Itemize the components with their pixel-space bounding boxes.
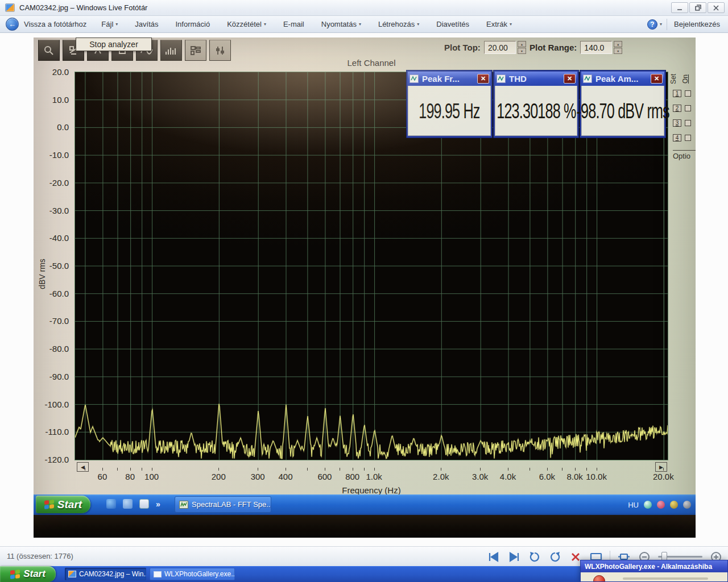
error-dialog-body [581,572,727,582]
overlay-1-checkbox [685,90,691,97]
chevron-down-icon: ▾ [115,22,118,27]
meter-title-bar[interactable]: Peak Am... ✕ [581,72,664,86]
xp-start-button: Start [36,496,90,513]
windows-flag-icon [44,500,54,509]
menu-extras[interactable]: Extrák▾ [486,20,512,28]
meter-title-bar[interactable]: THD ✕ [495,72,577,86]
meter-app-icon [497,74,506,83]
bars-icon [164,45,178,56]
x-tick-mark [530,468,530,471]
x-tick-label: 100 [144,472,159,481]
stop-analyzer-tooltip: Stop analyzer [76,38,152,51]
close-icon: ✕ [481,75,486,82]
taskbar-item-wlxphotogallery[interactable]: WLXPhotoGallery.exe... [150,568,235,580]
x-tick-mark [441,468,441,471]
error-dialog-title[interactable]: WLXPhotoGallery.exe - Alkalmazáshiba [581,560,727,572]
plot-top-input[interactable]: 20.00 [484,41,516,54]
x-tick-mark [663,468,664,471]
sign-in-link[interactable]: Bejelentkezés [674,20,720,28]
x-tick-label: 300 [251,472,265,481]
plot-top-field: Plot Top: 20.00 ▲ ▼ [444,41,526,54]
y-tick-label: -90.0 [35,372,69,381]
taskbar-item-photo-gallery[interactable]: CAM02342.jpg – Win... [65,568,146,580]
rotate-cw-button[interactable] [548,550,562,564]
peak-amplitude-value: -98.70 dBV rms [576,98,669,123]
start-button[interactable]: Start [0,566,56,582]
x-tick-mark [130,468,131,471]
menu-publish[interactable]: Közzététel▾ [227,20,266,28]
x-tick-mark [562,468,562,471]
y-tick-label: -10.0 [35,150,69,160]
x-tick-mark [325,468,325,471]
x-tick-mark [364,468,365,471]
x-tick-label: 3.0k [472,472,488,481]
window-icon [154,571,162,577]
plot-top-spinner[interactable]: ▲ ▼ [518,41,526,54]
y-tick-label: 10.0 [35,95,69,105]
x-tick-mark [258,468,258,471]
tray-icon-3 [670,501,678,509]
meter-close-button: ✕ [477,74,489,84]
plot-range-input[interactable]: 140.0 [580,41,612,54]
x-tick-label: 1.0k [366,472,382,481]
overlay-3-button: 3 [673,119,681,127]
close-button[interactable] [708,2,725,13]
next-button[interactable] [507,550,521,564]
spin-up-icon: ▲ [518,41,526,47]
xp-quick-launch: » [106,499,160,509]
photo-viewer: Stop analyzer Plot Top: 20.00 ▲ ▼ Plot R… [0,33,728,546]
peak-amplitude-meter: Peak Am... ✕ -98.70 dBV rms [580,70,666,138]
rotate-ccw-button[interactable] [528,550,541,564]
y-tick-label: -20.0 [35,178,69,188]
thd-meter: THD ✕ 123.30188 % [493,70,579,138]
x-tick-label: 60 [98,472,107,481]
x-tick-mark [152,468,152,471]
tray-icon-4 [683,501,691,509]
meter-title-bar[interactable]: Peak Fr... ✕ [408,72,491,86]
plot-range-spinner[interactable]: ▲ ▼ [614,41,622,54]
x-tick-label: 20.0k [653,472,674,481]
xp-taskbar: Start » SpectraLAB - FFT Spe... HU [34,494,696,515]
zoom-slider[interactable] [658,556,702,558]
mixer-icon [214,45,226,56]
menu-email[interactable]: E-mail [283,20,304,28]
spin-down-icon: ▼ [614,48,622,54]
windows-flag-icon [10,569,20,579]
back-to-gallery-link[interactable]: Vissza a fotótárhoz [24,20,86,28]
menu-slideshow[interactable]: Diavetítés [436,20,469,28]
desktop-icon [139,499,149,509]
photo-of-spectralab-screen: Stop analyzer Plot Top: 20.00 ▲ ▼ Plot R… [34,38,696,538]
y-axis-title: dBV rms [38,254,47,294]
back-arrow-icon: ← [9,20,16,28]
back-button[interactable]: ← [6,18,19,31]
peak-frequency-meter: Peak Fr... ✕ 199.95 Hz [406,70,493,138]
overlay-4-button: 4 [673,134,681,142]
x-tick-mark [586,468,587,471]
tray-icon-1 [644,501,652,509]
photo-file-icon [68,571,76,577]
meter-close-button: ✕ [564,74,576,84]
x-tick-mark [102,468,103,471]
menu-fix[interactable]: Javítás [135,20,158,28]
minimize-button[interactable] [671,2,688,13]
rotate-cw-icon [549,551,561,563]
menu-info[interactable]: Információ [175,20,210,28]
x-tick-mark [340,468,340,471]
menu-create[interactable]: Létrehozás▾ [378,20,419,28]
previous-button[interactable] [487,550,500,564]
meter-close-button: ✕ [651,74,663,84]
menu-bar: ← Vissza a fotótárhoz Fájl▾ Javítás Info… [0,16,728,33]
meter-app-icon [410,74,419,83]
rotate-ccw-icon [528,551,541,563]
help-button[interactable]: ? [647,19,657,30]
restore-button[interactable] [689,2,706,13]
menu-file[interactable]: Fájl▾ [101,20,118,28]
explorer-icon [123,499,133,509]
menu-print[interactable]: Nyomtatás▾ [321,20,361,28]
y-tick-label: -120.0 [35,455,69,464]
browser-icon [106,499,116,509]
magnifier-icon [43,45,55,56]
error-dialog[interactable]: WLXPhotoGallery.exe - Alkalmazáshiba [580,560,728,582]
x-tick-label: 200 [212,472,226,481]
overlay-row-3: 3 [673,119,691,127]
